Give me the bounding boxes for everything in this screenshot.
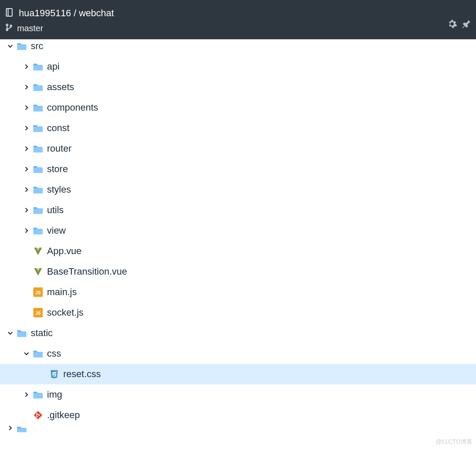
tree-file[interactable]: reset.css [0, 364, 476, 384]
svg-rect-0 [6, 9, 12, 16]
tree-folder[interactable]: static [0, 323, 476, 343]
tree-file[interactable]: .gitkeep [0, 405, 476, 425]
gear-icon[interactable] [447, 19, 457, 31]
folder-icon [32, 390, 44, 399]
chevron-right-icon[interactable] [6, 425, 15, 431]
chevron-right-icon[interactable] [22, 85, 31, 90]
chevron-down-icon[interactable] [22, 351, 31, 356]
svg-point-3 [6, 29, 8, 31]
folder-icon [32, 206, 44, 214]
js-file-icon: JS [32, 287, 44, 297]
tree-folder[interactable]: router [0, 138, 476, 159]
folder-icon [32, 83, 44, 91]
svg-point-11 [36, 416, 38, 417]
tree-item-label: static [29, 328, 53, 339]
tree-item-label: router [45, 143, 71, 154]
folder-icon [32, 103, 44, 112]
tree-item-label: main.js [45, 287, 77, 298]
tree-folder[interactable] [0, 425, 476, 432]
tree-file[interactable]: App.vue [0, 241, 476, 261]
folder-icon [32, 62, 44, 71]
branch-name: master [17, 23, 43, 33]
folder-icon [16, 42, 27, 50]
folder-icon [16, 425, 27, 432]
header: hua1995116 / webchat master [0, 0, 476, 39]
tree-folder[interactable]: styles [0, 179, 476, 200]
css-file-icon [49, 369, 60, 379]
tree-folder[interactable]: components [0, 97, 476, 118]
chevron-right-icon[interactable] [22, 187, 31, 192]
folder-icon [32, 124, 44, 132]
chevron-right-icon[interactable] [22, 105, 31, 110]
tree-item-label: assets [45, 82, 74, 93]
tree-item-label: const [45, 123, 70, 134]
tree-folder[interactable]: api [0, 56, 476, 77]
chevron-right-icon[interactable] [22, 392, 31, 397]
folder-icon [32, 226, 44, 235]
repo-icon [5, 8, 15, 19]
tree-item-label: view [45, 225, 66, 236]
tree-folder[interactable]: const [0, 118, 476, 138]
repo-breadcrumb[interactable]: hua1995116 / webchat [5, 8, 471, 19]
tree-file[interactable]: BaseTransition.vue [0, 261, 476, 282]
folder-icon [32, 185, 44, 194]
tree-item-label: src [29, 41, 43, 52]
tree-folder[interactable]: store [0, 159, 476, 179]
tree-item-label: styles [45, 184, 71, 195]
vue-file-icon [32, 267, 44, 276]
tree-item-label: components [45, 102, 98, 113]
tree-item-label: img [45, 389, 62, 400]
file-tree: srcapiassetscomponentsconstrouterstorest… [0, 39, 476, 432]
tree-item-label: BaseTransition.vue [45, 266, 127, 277]
repo-name[interactable]: webchat [79, 8, 114, 18]
tree-item-label: App.vue [45, 246, 82, 257]
chevron-right-icon[interactable] [22, 126, 31, 131]
repo-owner[interactable]: hua1995116 [19, 8, 71, 18]
tree-item-label: store [45, 164, 68, 175]
chevron-down-icon[interactable] [6, 44, 15, 49]
tree-item-label: .gitkeep [45, 410, 80, 421]
js-file-icon: JS [32, 308, 44, 317]
folder-icon [32, 349, 44, 358]
branch-selector[interactable]: master [5, 23, 471, 33]
tree-item-label: utils [45, 205, 64, 216]
tree-item-label: css [45, 348, 61, 359]
chevron-right-icon[interactable] [22, 208, 31, 213]
folder-icon [16, 329, 27, 337]
svg-text:JS: JS [35, 290, 41, 295]
branch-icon [5, 23, 13, 33]
tree-file[interactable]: JSsocket.js [0, 302, 476, 323]
chevron-right-icon[interactable] [22, 228, 31, 233]
folder-icon [32, 165, 44, 173]
git-file-icon [32, 410, 44, 420]
tree-file[interactable]: JSmain.js [0, 282, 476, 302]
tree-item-label: reset.css [62, 369, 101, 380]
svg-text:JS: JS [35, 311, 41, 316]
svg-point-2 [6, 24, 8, 26]
pin-icon[interactable] [461, 19, 472, 31]
chevron-right-icon[interactable] [22, 146, 31, 151]
chevron-right-icon[interactable] [22, 64, 31, 69]
tree-item-label: api [45, 61, 59, 72]
chevron-right-icon[interactable] [22, 167, 31, 172]
watermark: @51CTO博客 [435, 438, 473, 446]
tree-folder[interactable]: view [0, 220, 476, 241]
chevron-down-icon[interactable] [6, 331, 15, 336]
tree-folder[interactable]: assets [0, 77, 476, 97]
tree-folder[interactable]: img [0, 384, 476, 405]
vue-file-icon [32, 246, 44, 256]
tree-folder[interactable]: utils [0, 200, 476, 220]
folder-icon [32, 144, 44, 153]
tree-folder[interactable]: css [0, 343, 476, 364]
tree-item-label: socket.js [45, 307, 84, 318]
svg-point-4 [10, 25, 12, 27]
